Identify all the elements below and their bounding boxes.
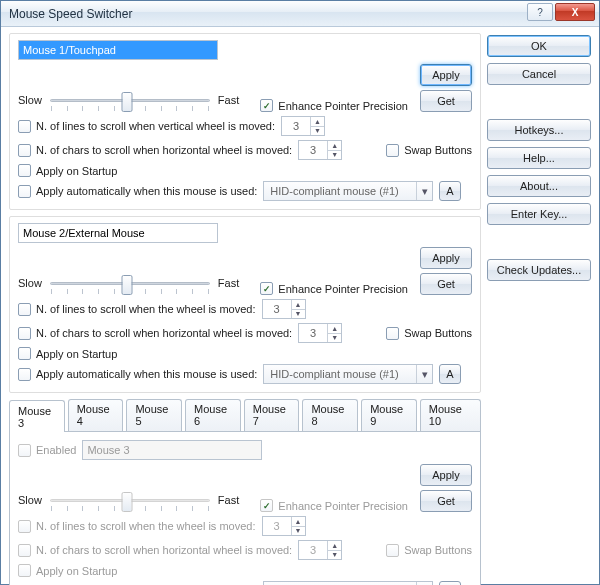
spin-down-icon[interactable]: ▼ [328,334,341,343]
mouse1-a-button[interactable]: A [439,181,460,201]
tab-mouse4[interactable]: Mouse 4 [68,399,124,431]
combo-value: HID-compliant mouse (#1) [270,185,398,197]
ok-button[interactable]: OK [487,35,591,57]
mouse2-get-button[interactable]: Get [420,273,472,295]
tab-mouse10[interactable]: Mouse 10 [420,399,481,431]
mouse2-hscroll-spin[interactable]: 3 ▲▼ [298,323,342,343]
apply-label: Apply [432,469,460,481]
hotkeys-button[interactable]: Hotkeys... [487,119,591,141]
tab-hscroll-spin: 3 ▲▼ [298,540,342,560]
a-label: A [446,368,453,380]
mouse1-speed-slider[interactable] [50,88,210,112]
tab-enabled-checkbox[interactable]: Enabled [18,444,76,457]
mouse2-vscroll-label: N. of lines to scroll when the wheel is … [36,303,256,315]
spin-up-icon: ▲ [292,517,305,527]
tab-mouse9[interactable]: Mouse 9 [361,399,417,431]
checkbox-icon [18,185,31,198]
tab-enabled-label: Enabled [36,444,76,456]
mouse2-startup-label: Apply on Startup [36,348,117,360]
mouse2-apply-button[interactable]: Apply [420,247,472,269]
mouse1-device-combo[interactable]: HID-compliant mouse (#1) ▾ [263,181,433,201]
mouse2-name-input[interactable] [18,223,218,243]
tab-mouse7[interactable]: Mouse 7 [244,399,300,431]
mouse1-swap-checkbox[interactable]: Swap Buttons [386,144,472,157]
tab-label: Mouse 9 [370,403,403,427]
mouse1-enhance-checkbox[interactable]: Enhance Pointer Precision [260,99,408,112]
spin-value: 3 [299,144,327,156]
tab-vscroll-checkbox: N. of lines to scroll when the wheel is … [18,520,256,533]
tab-mouse5[interactable]: Mouse 5 [126,399,182,431]
mouse1-hscroll-checkbox[interactable]: N. of chars to scroll when horizontal wh… [18,144,292,157]
mouse1-hscroll-label: N. of chars to scroll when horizontal wh… [36,144,292,156]
checkbox-icon [18,520,31,533]
mouse2-a-button[interactable]: A [439,364,460,384]
cancel-label: Cancel [522,68,556,80]
mouse1-apply-button[interactable]: Apply [420,64,472,86]
tab-label: Mouse 6 [194,403,227,427]
checkbox-icon [18,564,31,577]
tab-label: Mouse 4 [77,403,110,427]
mouse2-device-combo[interactable]: HID-compliant mouse (#1) ▾ [263,364,433,384]
tab-vscroll-label: N. of lines to scroll when the wheel is … [36,520,256,532]
mouse1-autoapply-checkbox[interactable]: Apply automatically when this mouse is u… [18,185,257,198]
spin-down-icon[interactable]: ▼ [328,151,341,160]
spin-down-icon[interactable]: ▼ [311,127,324,136]
mouse1-startup-checkbox[interactable]: Apply on Startup [18,164,117,177]
mouse1-hscroll-spin[interactable]: 3 ▲▼ [298,140,342,160]
tab-label: Mouse 3 [18,405,51,429]
tab-a-button: A [439,581,460,585]
tab-mouse8[interactable]: Mouse 8 [302,399,358,431]
main-column: Slow Fast Enh [9,33,481,585]
help-button[interactable]: Help... [487,147,591,169]
mouse1-vscroll-checkbox[interactable]: N. of lines to scroll when vertical whee… [18,120,275,133]
tab-name-input[interactable] [82,440,262,460]
about-button[interactable]: About... [487,175,591,197]
mouse2-vscroll-spin[interactable]: 3 ▲▼ [262,299,306,319]
spin-down-icon[interactable]: ▼ [292,310,305,319]
spin-up-icon[interactable]: ▲ [328,324,341,334]
checkbox-icon [18,327,31,340]
mouse2-autoapply-checkbox[interactable]: Apply automatically when this mouse is u… [18,368,257,381]
mouse1-autoapply-label: Apply automatically when this mouse is u… [36,185,257,197]
enterkey-button[interactable]: Enter Key... [487,203,591,225]
mouse2-hscroll-checkbox[interactable]: N. of chars to scroll when horizontal wh… [18,327,292,340]
help-icon[interactable]: ? [527,3,553,21]
cancel-button[interactable]: Cancel [487,63,591,85]
mouse2-swap-checkbox[interactable]: Swap Buttons [386,327,472,340]
mouse1-startup-label: Apply on Startup [36,165,117,177]
side-column: OK Cancel Hotkeys... Help... About... En… [487,33,591,585]
get-label: Get [437,95,455,107]
mouse2-swap-label: Swap Buttons [404,327,472,339]
tab-device-combo: HID-compliant mouse (#1) ▾ [263,581,433,585]
tab-mouse6[interactable]: Mouse 6 [185,399,241,431]
check-updates-button[interactable]: Check Updates... [487,259,591,281]
tab-mouse3[interactable]: Mouse 3 [9,400,65,432]
spin-up-icon[interactable]: ▲ [328,141,341,151]
spin-up-icon[interactable]: ▲ [311,117,324,127]
slow-label: Slow [18,94,42,106]
tabpage-mouse3: Enabled Slow Fast [9,431,481,585]
mouse2-enhance-checkbox[interactable]: Enhance Pointer Precision [260,282,408,295]
mouse1-get-button[interactable]: Get [420,90,472,112]
hotkeys-label: Hotkeys... [515,124,564,136]
window-title: Mouse Speed Switcher [9,7,132,21]
tab-apply-button: Apply [420,464,472,486]
mouse2-speed-slider[interactable] [50,271,210,295]
checkbox-icon [18,303,31,316]
mouse2-vscroll-checkbox[interactable]: N. of lines to scroll when the wheel is … [18,303,256,316]
mouse2-startup-checkbox[interactable]: Apply on Startup [18,347,117,360]
spin-value: 3 [263,303,291,315]
enterkey-label: Enter Key... [511,208,568,220]
mouse1-swap-label: Swap Buttons [404,144,472,156]
apply-label: Apply [432,252,460,264]
mouse1-vscroll-spin[interactable]: 3 ▲▼ [281,116,325,136]
spin-down-icon: ▼ [292,527,305,536]
tab-swap-checkbox: Swap Buttons [386,544,472,557]
close-icon[interactable]: X [555,3,595,21]
mouse2-autoapply-label: Apply automatically when this mouse is u… [36,368,257,380]
checkbox-icon [18,368,31,381]
titlebar: Mouse Speed Switcher ? X [1,1,599,27]
spin-up-icon[interactable]: ▲ [292,300,305,310]
mouse1-name-input[interactable] [18,40,218,60]
tab-enhance-label: Enhance Pointer Precision [278,500,408,512]
